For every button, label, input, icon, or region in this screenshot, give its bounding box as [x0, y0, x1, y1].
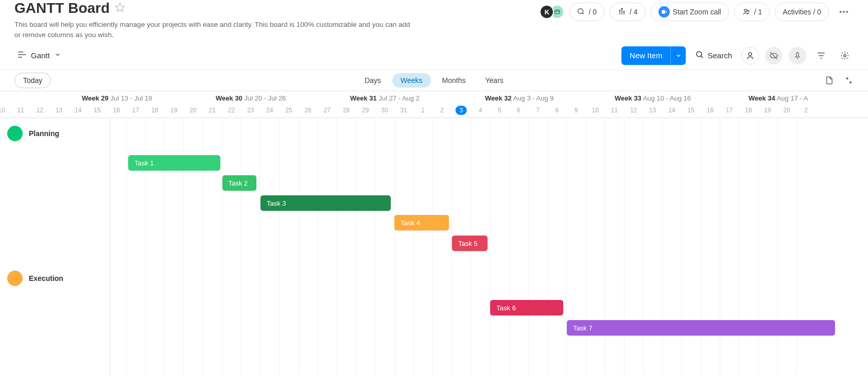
week-label: Week 34 Aug 17 - A — [749, 94, 808, 102]
count-text: / 0 — [588, 8, 597, 16]
day-label: 20 — [184, 107, 203, 114]
integration-counter[interactable]: / 4 — [610, 3, 646, 21]
day-label: 21 — [203, 107, 222, 114]
team-counter[interactable]: / 1 — [734, 3, 770, 21]
day-label: 8 — [547, 107, 566, 114]
day-label: 29 — [356, 107, 375, 114]
zoom-icon — [658, 6, 670, 18]
day-label: 9 — [567, 107, 586, 114]
export-button[interactable] — [823, 74, 836, 87]
day-label: 19 — [758, 107, 777, 114]
day-label: 14 — [663, 107, 682, 114]
day-label: 12 — [30, 107, 49, 114]
scale-years[interactable]: Years — [477, 73, 512, 88]
today-button[interactable]: Today — [14, 73, 51, 88]
search-icon — [695, 50, 704, 61]
chevron-down-icon — [54, 51, 61, 60]
board-description: This board will help you efficiently man… — [14, 20, 416, 41]
chevron-down-icon[interactable] — [670, 46, 686, 65]
scale-weeks[interactable]: Weeks — [392, 73, 431, 88]
group-name: Planning — [29, 129, 59, 138]
filter-button[interactable] — [812, 47, 830, 64]
group-header[interactable]: Execution — [0, 268, 110, 289]
task-bar[interactable]: Task 4 — [394, 215, 449, 230]
zoom-call-button[interactable]: Start Zoom call — [651, 3, 729, 21]
group-name: Execution — [29, 274, 63, 282]
day-label: 10 — [0, 107, 11, 114]
svg-point-5 — [744, 9, 747, 12]
day-label: 25 — [280, 107, 299, 114]
task-bar[interactable]: Task 7 — [567, 320, 835, 336]
discussion-counter[interactable]: / 0 — [569, 3, 604, 21]
task-bar[interactable]: Task 2 — [222, 175, 257, 191]
task-bar[interactable]: Task 3 — [261, 195, 391, 211]
group-color-dot — [7, 271, 23, 286]
svg-point-14 — [749, 53, 752, 56]
day-label: 24 — [260, 107, 279, 114]
member-avatars[interactable]: K — [540, 5, 564, 19]
day-label: 17 — [126, 107, 145, 114]
view-label: Gantt — [31, 51, 50, 60]
board-title: GANTT Board — [14, 0, 110, 16]
day-label: 5 — [490, 107, 509, 114]
hide-columns-button[interactable] — [765, 47, 783, 64]
scale-days[interactable]: Days — [356, 73, 389, 88]
group-color-dot — [7, 126, 23, 141]
day-label: 11 — [605, 107, 624, 114]
day-label: 27 — [318, 107, 337, 114]
svg-point-3 — [621, 8, 622, 9]
svg-point-9 — [846, 11, 848, 13]
day-label: 12 — [624, 107, 643, 114]
svg-point-10 — [22, 52, 23, 53]
group-header[interactable]: Planning — [0, 123, 110, 144]
task-bar[interactable]: Task 6 — [490, 300, 563, 315]
svg-point-2 — [619, 10, 620, 11]
day-label: 17 — [720, 107, 739, 114]
task-bar[interactable]: Task 5 — [452, 236, 488, 251]
pin-button[interactable] — [789, 47, 806, 64]
count-text: / 4 — [630, 8, 638, 16]
week-label: Week 31 Jul 27 - Aug 2 — [350, 94, 420, 102]
day-label: 22 — [222, 107, 241, 114]
activities-label: Activities / 0 — [783, 8, 821, 16]
svg-rect-1 — [555, 10, 560, 14]
collapse-button[interactable] — [842, 74, 856, 87]
day-label: 7 — [528, 107, 547, 114]
svg-marker-0 — [116, 3, 125, 12]
week-label: Week 29 Jul 13 - Jul 19 — [82, 94, 152, 102]
day-label: 15 — [88, 107, 107, 114]
day-label: 30 — [375, 107, 394, 114]
svg-point-4 — [623, 11, 624, 12]
task-bar[interactable]: Task 1 — [128, 155, 220, 171]
new-item-label: New Item — [621, 51, 670, 60]
day-label: 16 — [107, 107, 126, 114]
day-label: 2 — [432, 107, 452, 114]
settings-button[interactable] — [836, 47, 854, 64]
week-label: Week 30 Jul 20 - Jul 26 — [216, 94, 286, 102]
more-menu-button[interactable] — [834, 2, 854, 22]
week-label: Week 32 Aug 3 - Aug 9 — [485, 94, 553, 102]
gantt-view-icon — [16, 49, 27, 61]
activities-button[interactable]: Activities / 0 — [775, 3, 829, 21]
count-text: / 1 — [754, 8, 762, 16]
svg-point-7 — [840, 11, 842, 13]
day-label: 26 — [299, 107, 318, 114]
svg-point-12 — [21, 57, 22, 58]
week-label: Week 33 Aug 10 - Aug 16 — [615, 94, 691, 102]
day-label: 1 — [413, 107, 432, 114]
person-filter-button[interactable] — [741, 47, 759, 64]
new-item-button[interactable]: New Item — [621, 46, 686, 65]
day-label: 23 — [241, 107, 260, 114]
zoom-label: Start Zoom call — [673, 8, 721, 16]
day-label: 13 — [643, 107, 662, 114]
day-label: 6 — [509, 107, 528, 114]
scale-months[interactable]: Months — [434, 73, 474, 88]
view-selector[interactable]: Gantt — [14, 46, 63, 64]
favorite-star-icon[interactable] — [115, 2, 125, 14]
day-label: 31 — [394, 107, 413, 114]
day-label: 16 — [701, 107, 720, 114]
search-button[interactable]: Search — [692, 50, 735, 61]
day-label: 4 — [471, 107, 490, 114]
svg-point-8 — [843, 11, 845, 13]
day-label: 19 — [164, 107, 183, 114]
